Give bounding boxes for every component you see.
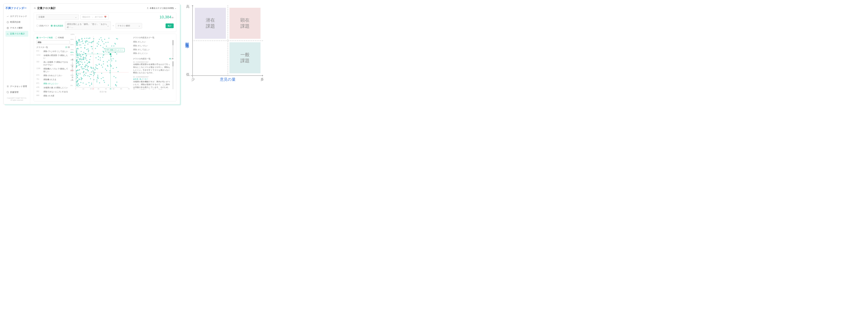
scatter-dot[interactable] bbox=[87, 66, 88, 68]
scatter-dot[interactable] bbox=[95, 57, 97, 58]
scatter-dot[interactable] bbox=[79, 61, 80, 62]
scatter-dot[interactable] bbox=[99, 82, 100, 83]
scatter-dot[interactable] bbox=[91, 68, 92, 69]
scatter-dot[interactable] bbox=[97, 65, 98, 66]
category-dropdown[interactable]: 冷蔵庫 ⌄ bbox=[36, 14, 79, 20]
scatter-dot[interactable] bbox=[81, 47, 82, 48]
scatter-dot[interactable] bbox=[76, 83, 77, 84]
scatter-dot[interactable] bbox=[97, 75, 98, 76]
cluster-row[interactable]: 871掃除-ガ-しにくい bbox=[36, 81, 70, 86]
scatter-dot[interactable] bbox=[100, 57, 101, 58]
origin-item[interactable]: ID: 2109290021567冷蔵庫の野菜室や冷凍室の手をかけて引っ張るとこ… bbox=[133, 61, 171, 74]
scatter-dot[interactable] bbox=[91, 83, 92, 84]
origin-item[interactable]: ID: 2109280003447会社名: 各メーカー冷蔵庫の製氷機能ですが、庫… bbox=[133, 76, 171, 90]
scatter-dot[interactable] bbox=[76, 73, 77, 74]
scatter-dot[interactable] bbox=[83, 43, 84, 44]
scatter-dot[interactable] bbox=[91, 74, 92, 75]
scatter-dot[interactable] bbox=[92, 41, 94, 42]
scatter-dot[interactable] bbox=[113, 68, 114, 69]
scatter-dot[interactable] bbox=[90, 67, 91, 68]
scatter-dot[interactable] bbox=[103, 61, 104, 62]
scatter-dot[interactable] bbox=[76, 71, 77, 72]
scatter-dot[interactable] bbox=[90, 56, 91, 57]
scatter-dot[interactable] bbox=[96, 81, 97, 82]
origin-list[interactable]: ID: 2109290021567冷蔵庫の野菜室や冷凍室の手をかけて引っ張るとこ… bbox=[133, 61, 171, 90]
nav-cross-tab[interactable]: 定量クロス集計 bbox=[5, 31, 28, 37]
scatter-dot[interactable] bbox=[85, 58, 86, 60]
scatter-dot[interactable] bbox=[111, 55, 112, 56]
scatter-dot[interactable] bbox=[101, 65, 102, 66]
scatter-dot[interactable] bbox=[108, 84, 109, 86]
scatter-dot[interactable] bbox=[98, 56, 99, 57]
scatter-dot[interactable] bbox=[86, 84, 87, 85]
scatter-dot[interactable] bbox=[104, 82, 105, 83]
scatter-dot[interactable] bbox=[78, 73, 79, 74]
scatter-dot[interactable] bbox=[79, 79, 80, 80]
scatter-dot[interactable] bbox=[84, 38, 85, 39]
scatter-dot[interactable] bbox=[76, 55, 78, 57]
cluster-row[interactable]: 872掃除-ヲ-しやすくしてほしい bbox=[36, 49, 70, 54]
scatter-dot[interactable] bbox=[80, 73, 81, 74]
scatter-dot[interactable] bbox=[79, 44, 80, 45]
scatter-dot[interactable] bbox=[87, 43, 88, 45]
scatter-dot[interactable] bbox=[81, 56, 82, 57]
radio-keyword-search[interactable]: キーワード検索 bbox=[36, 36, 53, 39]
scatter-dot[interactable] bbox=[91, 84, 92, 85]
scatter-dot[interactable] bbox=[88, 70, 89, 71]
scatter-dot[interactable] bbox=[85, 66, 86, 68]
radio-id-search[interactable]: ID検索 bbox=[55, 36, 64, 39]
scatter-dot[interactable] bbox=[81, 62, 83, 63]
scatter-dot[interactable] bbox=[115, 43, 116, 45]
cluster-list[interactable]: 872掃除-ヲ-しやすくしてほしい1214冷蔵庫の野菜室-ヲ-掃除したい333高… bbox=[36, 49, 70, 99]
scatter-dot[interactable] bbox=[84, 47, 85, 48]
scatter-dot[interactable] bbox=[88, 51, 89, 52]
scatter-dot[interactable] bbox=[106, 70, 107, 71]
cluster-row[interactable]: 1073冷蔵庫の下-ガ-掃除しにくい bbox=[36, 98, 70, 99]
scatter-dot[interactable] bbox=[95, 67, 96, 68]
scatter-dot[interactable] bbox=[118, 71, 119, 72]
scatter-dot[interactable] bbox=[86, 53, 87, 54]
scatter-dot[interactable] bbox=[88, 62, 89, 63]
scatter-dot[interactable] bbox=[87, 75, 88, 76]
cluster-row[interactable]: 751掃除機-ガ-入る bbox=[36, 77, 70, 81]
nav-text-analysis[interactable]: テキスト解析 bbox=[5, 25, 28, 31]
scatter-dot[interactable] bbox=[97, 53, 98, 54]
scatter-dot[interactable] bbox=[86, 38, 87, 39]
scatter-dot[interactable] bbox=[77, 42, 79, 43]
scatter-dot[interactable] bbox=[103, 64, 104, 65]
scatter-dot[interactable] bbox=[79, 70, 80, 71]
scatter-dot[interactable] bbox=[88, 48, 89, 49]
cluster-row[interactable]: 873掃除-ガ-めんどくさい bbox=[36, 73, 70, 77]
scatter-dot[interactable] bbox=[84, 74, 85, 75]
scatter-dot[interactable] bbox=[82, 64, 83, 65]
scatter-dot[interactable] bbox=[107, 61, 108, 62]
cluster-row[interactable]: 869掃除-ガ-大変 bbox=[36, 94, 70, 98]
scatter-dot[interactable] bbox=[77, 69, 78, 71]
scatter-dot[interactable] bbox=[76, 78, 77, 79]
scatter-dot[interactable] bbox=[93, 38, 94, 39]
scatter-dot[interactable] bbox=[89, 42, 90, 43]
scatter-dot[interactable] bbox=[76, 42, 77, 43]
scatter-dot[interactable] bbox=[98, 59, 99, 60]
scatter-dot[interactable] bbox=[107, 65, 108, 66]
scatter-dot[interactable] bbox=[80, 41, 81, 42]
scatter-dot[interactable] bbox=[78, 80, 79, 81]
cluster-search-input[interactable] bbox=[36, 40, 70, 44]
scatter-dot[interactable] bbox=[98, 78, 99, 79]
scatter-dot[interactable] bbox=[93, 72, 94, 73]
scatter-dot[interactable] bbox=[97, 76, 98, 77]
scatter-dot[interactable] bbox=[81, 38, 83, 39]
cluster-row[interactable]: 1214冷蔵庫の野菜室-ヲ-掃除したい bbox=[36, 54, 70, 60]
scatter-dot[interactable] bbox=[83, 59, 84, 60]
scatter-dot[interactable] bbox=[84, 68, 85, 69]
scatter-dot[interactable] bbox=[87, 69, 88, 70]
scatter-dot[interactable] bbox=[103, 80, 104, 81]
scatter-dot[interactable] bbox=[88, 50, 89, 51]
scatter-dot[interactable] bbox=[89, 76, 90, 77]
scatter-dot[interactable] bbox=[85, 57, 86, 58]
scatter-dot[interactable] bbox=[79, 58, 80, 59]
scatter-dot[interactable] bbox=[102, 51, 103, 52]
nav-category-trend[interactable]: カテゴリトレンド bbox=[5, 13, 28, 19]
scatter-dot[interactable] bbox=[79, 85, 80, 86]
scatter-dot[interactable] bbox=[81, 51, 82, 52]
